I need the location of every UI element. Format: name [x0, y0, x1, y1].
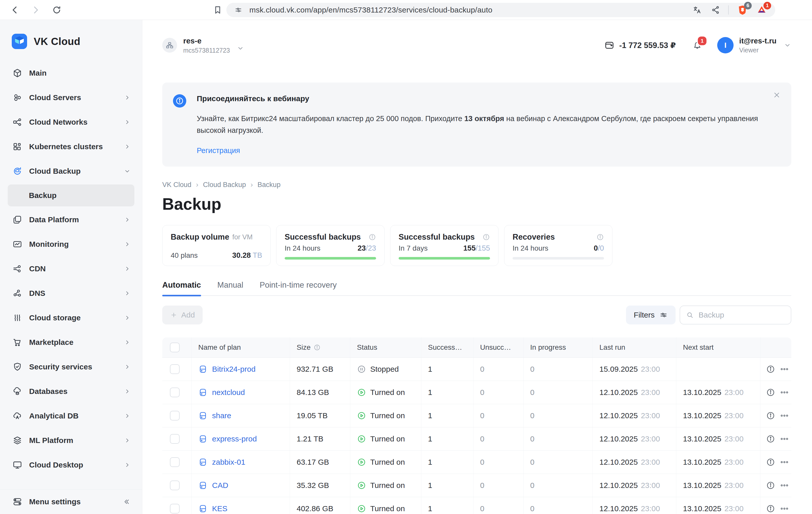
translate-icon[interactable]	[692, 5, 702, 15]
row-menu-icon[interactable]	[780, 457, 789, 467]
row-checkbox[interactable]	[170, 388, 180, 397]
sidebar-item-cdn[interactable]: CDN	[0, 256, 142, 281]
share-icon[interactable]	[711, 5, 721, 15]
row-menu-icon[interactable]	[780, 365, 789, 374]
row-checkbox[interactable]	[170, 411, 180, 421]
row-checkbox[interactable]	[170, 457, 180, 467]
info-icon[interactable]	[369, 233, 376, 241]
info-icon[interactable]	[766, 411, 775, 420]
column-header-name[interactable]: Name of plan	[198, 343, 241, 352]
cloud-servers-icon	[12, 92, 23, 103]
notifications-bell-icon[interactable]: 1	[692, 39, 703, 51]
plan-name-link[interactable]: share	[212, 411, 231, 420]
info-icon[interactable]	[596, 233, 604, 241]
row-checkbox[interactable]	[170, 481, 180, 490]
plan-name-link[interactable]: KES	[212, 504, 227, 513]
site-settings-icon[interactable]	[234, 6, 243, 14]
sidebar-item-marketplace[interactable]: Marketplace	[0, 330, 142, 355]
bookmark-icon[interactable]	[212, 5, 223, 15]
column-header-unsuccessful[interactable]: Unsucc…	[480, 343, 511, 352]
info-icon[interactable]	[766, 481, 775, 490]
sidebar-item-menu-settings[interactable]: Menu settings	[0, 489, 142, 514]
column-header-status[interactable]: Status	[357, 343, 377, 352]
row-checkbox[interactable]	[170, 434, 180, 444]
info-icon[interactable]	[314, 344, 321, 351]
sidebar-item-dns[interactable]: DNS	[0, 281, 142, 306]
project-chevron-down-icon[interactable]	[237, 44, 244, 52]
tab-point-in-time-recovery[interactable]: Point-in-time recovery	[260, 280, 337, 295]
sidebar-item-cloud-networks[interactable]: Cloud Networks	[0, 110, 142, 134]
address-bar[interactable]: msk.cloud.vk.com/app/en/mcs5738112723/se…	[226, 3, 775, 17]
sidebar-item-analytical-db[interactable]: Analytical DB	[0, 404, 142, 428]
info-icon[interactable]	[766, 365, 775, 374]
breadcrumb-cloud-backup[interactable]: Cloud Backup	[203, 181, 246, 189]
sidebar-item-cloud-storage[interactable]: Cloud storage	[0, 306, 142, 330]
plan-name-link[interactable]: Bitrix24-prod	[212, 365, 256, 373]
url-text[interactable]: msk.cloud.vk.com/app/en/mcs5738112723/se…	[250, 6, 492, 14]
plan-name-link[interactable]: CAD	[212, 481, 228, 490]
plan-name-link[interactable]: zabbix-01	[212, 458, 245, 466]
row-menu-icon[interactable]	[780, 434, 789, 444]
wallet-icon[interactable]	[604, 40, 615, 51]
close-icon[interactable]	[773, 91, 781, 99]
info-icon[interactable]	[766, 504, 775, 513]
search-box[interactable]	[680, 306, 791, 325]
balance[interactable]: -1 772 559.53 ₽	[619, 41, 676, 50]
card-label: 40 plans	[171, 251, 198, 260]
column-header-last-run[interactable]: Last run	[600, 343, 625, 352]
sidebar-item-cloud-desktop[interactable]: Cloud Desktop	[0, 453, 142, 477]
sidebar-item-backup-active[interactable]: Backup	[8, 184, 135, 206]
column-header-success[interactable]: Success…	[428, 343, 462, 352]
filters-button[interactable]: Filters	[626, 306, 675, 325]
tab-manual[interactable]: Manual	[218, 280, 243, 295]
banner-registration-link[interactable]: Регистрация	[197, 146, 240, 155]
row-checkbox[interactable]	[170, 504, 180, 513]
sidebar-item-main[interactable]: Main	[0, 61, 142, 85]
next-start-date: 13.10.2025	[683, 434, 721, 443]
sidebar-item-databases[interactable]: Databases	[0, 379, 142, 404]
column-header-size[interactable]: Size	[297, 343, 311, 352]
back-icon[interactable]	[10, 5, 20, 15]
info-icon[interactable]	[483, 233, 490, 241]
sidebar-item-data-platform[interactable]: Data Platform	[0, 207, 142, 232]
add-button[interactable]: Add	[162, 306, 203, 325]
info-icon[interactable]	[766, 388, 775, 397]
bat-rewards-icon[interactable]: 1	[756, 4, 767, 16]
next-start-time: 23:00	[724, 411, 744, 420]
row-menu-icon[interactable]	[780, 504, 789, 513]
column-header-next-start[interactable]: Next start	[683, 343, 714, 352]
info-icon[interactable]	[766, 434, 775, 444]
row-menu-icon[interactable]	[780, 388, 789, 397]
select-all-checkbox[interactable]	[170, 342, 180, 352]
plan-name-link[interactable]: express-prod	[212, 434, 257, 443]
forward-icon[interactable]	[31, 5, 41, 15]
card-title-suffix: for VM	[232, 233, 253, 241]
column-header-in-progress[interactable]: In progress	[530, 343, 566, 352]
card-successful-backups-7d: Successful backups In 7 days 155/155	[390, 225, 498, 266]
banner-text: Узнайте, как Битрикс24 масштабировал кла…	[197, 113, 761, 136]
breadcrumb-vk-cloud[interactable]: VK Cloud	[162, 181, 192, 189]
sidebar-item-ml-platform[interactable]: ML Platform	[0, 428, 142, 453]
info-icon[interactable]	[766, 457, 775, 467]
row-checkbox[interactable]	[170, 364, 180, 374]
vk-cloud-logo[interactable]: VK Cloud	[0, 20, 142, 61]
search-input[interactable]	[698, 310, 785, 320]
sidebar-item-cloud-servers[interactable]: Cloud Servers	[0, 85, 142, 110]
tab-automatic[interactable]: Automatic	[162, 280, 201, 295]
breadcrumb-separator: ›	[196, 181, 198, 189]
sidebar-item-kubernetes-clusters[interactable]: Kubernetes clusters	[0, 134, 142, 159]
brave-shield-icon[interactable]: 6	[737, 4, 748, 16]
refresh-icon[interactable]	[52, 5, 62, 15]
sidebar-item-security-services[interactable]: Security services	[0, 355, 142, 379]
row-menu-icon[interactable]	[780, 411, 789, 420]
collapse-icon[interactable]	[122, 497, 131, 506]
user-chevron-down-icon[interactable]	[784, 41, 791, 49]
main-content: res-e mcs5738112723 -1 772 559.53 ₽ 1 I …	[142, 20, 812, 514]
project-avatar[interactable]	[162, 38, 177, 53]
success-count: 1	[428, 434, 432, 443]
sidebar-item-monitoring[interactable]: Monitoring	[0, 232, 142, 256]
user-avatar[interactable]: I	[717, 37, 733, 53]
row-menu-icon[interactable]	[780, 481, 789, 490]
plan-name-link[interactable]: nextcloud	[212, 388, 245, 397]
sidebar-item-cloud-backup[interactable]: Cloud Backup	[0, 159, 142, 183]
